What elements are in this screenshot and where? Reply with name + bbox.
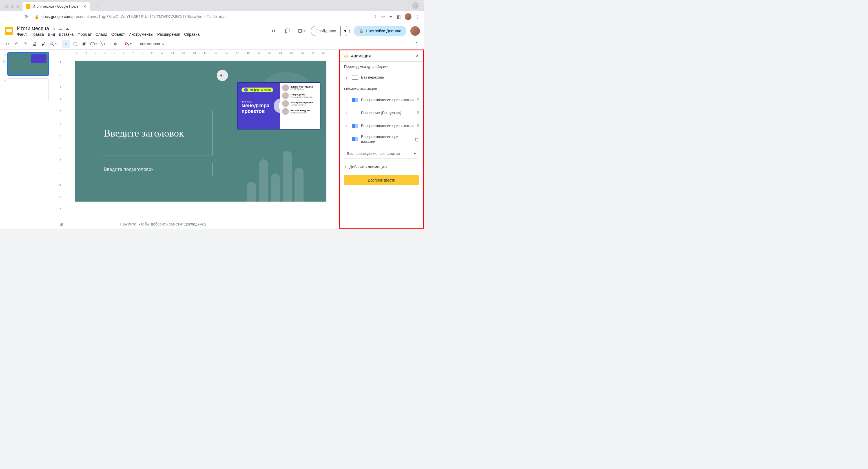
anim-panel-header: ◎ Анимация ✕ [340,51,423,61]
menu-help[interactable]: Справка [184,32,199,37]
image-button[interactable]: ▣ [80,40,88,48]
drag-handle-icon[interactable]: ⠿ [416,98,419,102]
close-panel-icon[interactable]: ✕ [415,53,419,59]
slides-logo-icon[interactable] [4,26,14,36]
anim-item[interactable]: › Воспроизведение при нажатии ⠿ [340,94,423,106]
back-button[interactable]: ← [2,12,10,21]
menu-insert[interactable]: Вставка [59,32,73,37]
shape-button[interactable]: ◯ [89,40,98,48]
comment-button[interactable]: ⊕ [112,40,120,48]
person-name: Елена Костицына [290,86,313,89]
slide-thumbnail-1[interactable] [8,53,49,75]
chevron-right-icon: › [344,124,349,128]
menu-file[interactable]: Файл [17,32,27,37]
person-name: Петр Орлов [290,94,312,96]
speaker-notes[interactable]: ⊞ Нажмите, чтобы добавить заметки доклад… [54,219,339,229]
menu-format[interactable]: Формат [78,32,92,37]
share-label: Настройки Доступа [366,29,401,33]
video-left: ••• оффер на почте всё про менеджера про… [238,83,279,129]
browser-tab[interactable]: Итоги месяца - Google Презе ✕ [23,2,90,11]
menu-edit[interactable]: Правка [30,32,44,37]
minimize-window-icon[interactable] [11,5,14,8]
slideshow-button[interactable]: Слайд-шоу ▾ [311,26,350,36]
slideshow-dropdown-icon[interactable]: ▾ [340,26,349,36]
cloud-status-icon[interactable]: ☁ [65,26,69,31]
url-host: docs.google.com [41,14,71,19]
chrome-menu-icon[interactable]: ⋮ [415,14,420,20]
share-button[interactable]: 🔒 Настройки Доступа [354,26,406,36]
drag-handle-icon[interactable]: ⠿ [416,111,419,115]
paint-format-button[interactable]: 🖌 [39,40,48,48]
textbox-button[interactable]: ▢ [71,40,79,48]
chevron-right-icon: › [344,111,349,115]
avatar-icon [282,92,289,99]
side-panel-icon[interactable]: ◧ [397,14,401,20]
browser-chrome: Итоги месяца - Google Презе ✕ + ⌄ ← → ⟳ … [0,0,424,22]
url-input[interactable]: 🔒 docs.google.com/presentation/d/1-qp78z… [32,13,372,21]
background-button[interactable]: Рᵧ [124,40,132,48]
grid-view-icon[interactable]: ⊞ [60,222,63,226]
history-icon[interactable]: ↺ [269,26,279,36]
reload-button[interactable]: ⟳ [22,12,30,21]
extensions-icon[interactable]: ✦ [389,14,393,20]
person-name: Замир Пардалиев [290,101,313,104]
drag-handle-icon[interactable]: ⠿ [416,124,419,128]
play-animations-button[interactable]: Воспроизвести [344,175,419,185]
animate-button[interactable]: Анимировать [137,40,166,48]
video-object[interactable]: ••• оффер на почте всё про менеджера про… [237,82,320,130]
anim-item-expanded[interactable]: ⌄ Воспроизведение при нажатии [340,132,423,146]
zoom-button[interactable]: 🔍 [49,40,58,48]
play-label: Воспроизвести [368,178,395,182]
chevron-right-icon: › [344,98,349,102]
expand-tabs-icon[interactable]: ⌄ [412,2,419,9]
audio-icon[interactable] [217,70,228,81]
slide-canvas[interactable]: Введите заголовок Введите подзаголовок •… [75,61,326,202]
profile-avatar-icon[interactable] [405,13,411,20]
comments-icon[interactable] [283,26,293,36]
menu-tools[interactable]: Инструменты [129,32,153,37]
new-tab-button[interactable]: + [93,2,101,10]
app-header: Итоги месяца ☆ ▭ ☁ Файл Правка Вид Встав… [0,22,424,38]
share-page-icon[interactable]: ⇪ [373,14,377,20]
window-controls[interactable] [2,5,23,11]
add-animation-button[interactable]: + Добавить анимацию [340,161,423,173]
account-avatar-icon[interactable] [410,26,420,36]
close-window-icon[interactable] [5,5,8,8]
horizontal-ruler: 1234567891011121314151617181920212223242… [62,49,339,55]
separator [109,41,110,47]
meet-icon[interactable] [297,26,307,36]
canvas-inner[interactable]: Введите заголовок Введите подзаголовок •… [54,55,339,229]
redo-button[interactable]: ↷ [22,40,29,48]
anim-item[interactable]: › Появление (По щелчку) ⠿ [340,106,423,120]
trash-icon[interactable] [414,137,419,142]
slide-number: 1 [2,53,6,57]
url-path: /presentation/d/1-qp78zwChWsYUs3B1SUnl12… [71,14,225,19]
select-tool-button[interactable]: ➚ [62,40,70,48]
undo-button[interactable]: ↶ [12,40,20,48]
anim-type-select[interactable]: Воспроизведение при нажатии ▾ [344,148,419,159]
video-big-2: проектов [242,109,277,114]
menu-object[interactable]: Объект [111,32,125,37]
transition-row[interactable]: › Без перехода [340,71,423,84]
main-area: 1 ◎ 2 1234567891011121314151617181920212… [0,49,424,229]
collapse-toolbar-icon[interactable]: ⌃ [412,40,421,48]
bookmark-icon[interactable]: ☆ [381,14,385,20]
menu-view[interactable]: Вид [48,32,55,37]
new-slide-button[interactable]: + [3,40,11,48]
slide-number: 2 [2,78,6,83]
doc-title[interactable]: Итоги месяца [17,26,49,32]
menu-slide[interactable]: Слайд [96,32,107,37]
anim-item[interactable]: › Воспроизведение при нажатии ⠿ [340,120,423,132]
print-button[interactable]: 🖨 [30,40,38,48]
vertical-ruler: 1234567891011121314 [54,55,62,229]
menu-extensions[interactable]: Расширения [157,32,180,37]
slide-thumbnail-2[interactable] [8,78,49,101]
maximize-window-icon[interactable] [17,5,20,8]
move-folder-icon[interactable]: ▭ [58,26,62,31]
title-placeholder[interactable]: Введите заголовок [100,111,213,156]
star-icon[interactable]: ☆ [52,26,56,31]
line-button[interactable]: ╲ [99,40,107,48]
close-tab-icon[interactable]: ✕ [83,4,87,9]
forward-button[interactable]: → [12,12,20,21]
subtitle-placeholder[interactable]: Введите подзаголовок [100,163,213,176]
